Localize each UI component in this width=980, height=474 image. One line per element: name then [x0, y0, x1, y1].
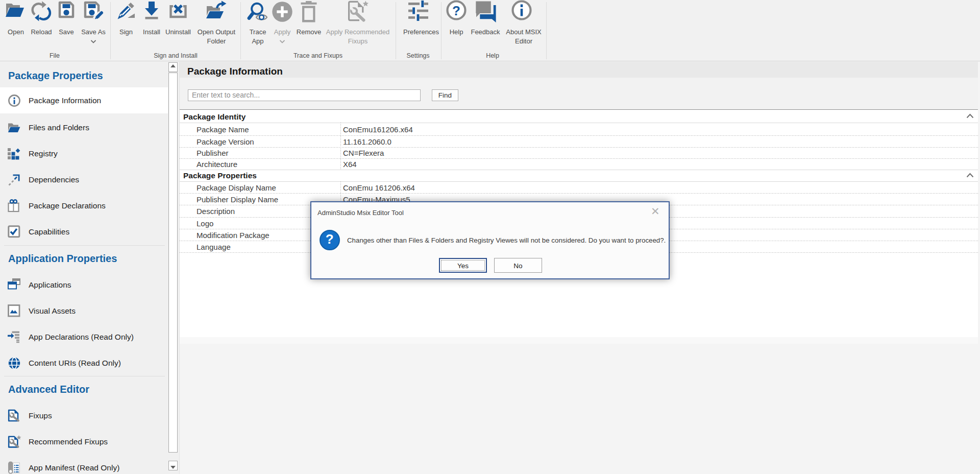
svg-text:?: ? [452, 3, 460, 18]
